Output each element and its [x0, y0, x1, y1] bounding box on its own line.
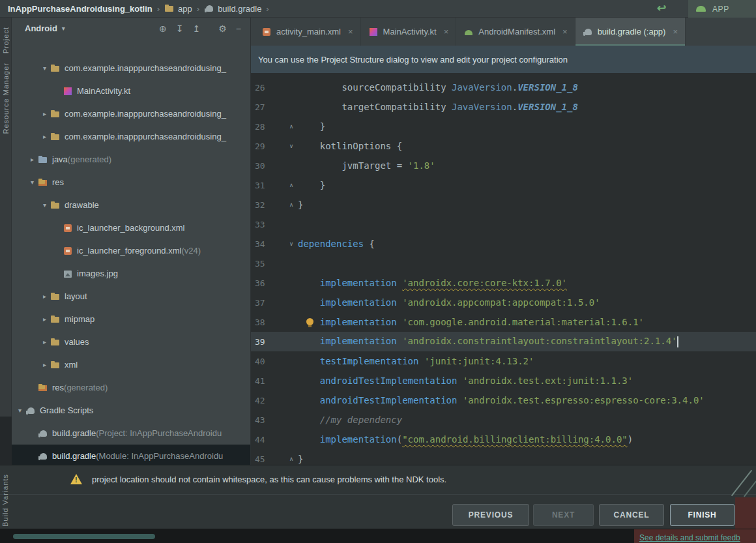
breadcrumb-item-inapppurchaseandroidusing-kotlin[interactable]: InAppPurchaseAndroidusing_kotlin	[7, 4, 154, 14]
tree-collapsed-arrow-icon[interactable]: ▸	[39, 338, 50, 345]
tree-collapsed-arrow-icon[interactable]: ▸	[39, 361, 50, 368]
tree-item-mipmap[interactable]: ▸mipmap	[12, 308, 250, 330]
tool-window-button-project[interactable]: Project	[2, 27, 10, 53]
code-text: //my dependency	[298, 415, 402, 425]
xml-icon	[63, 246, 73, 256]
project-view-selector[interactable]: Android	[25, 23, 57, 33]
code-segment: '1.8'	[408, 160, 435, 171]
tree-item-mainactivity-kt[interactable]: MainActivity.kt	[12, 80, 250, 102]
tree-item-com-example-inapppurchaseandroidusing[interactable]: ▾com.example.inapppurchaseandroidusing_	[12, 57, 250, 80]
android-file-icon	[463, 27, 474, 37]
tree-collapsed-arrow-icon[interactable]: ▸	[39, 316, 50, 323]
expand-all-icon[interactable]: ↧	[176, 24, 184, 33]
run-configuration[interactable]: APP	[688, 0, 756, 18]
tree-expanded-arrow-icon[interactable]: ▾	[14, 407, 25, 414]
next-button: NEXT	[533, 504, 594, 526]
tab-activity-main-xml[interactable]: activity_main.xml×	[254, 18, 361, 46]
previous-button[interactable]: PREVIOUS	[452, 504, 529, 526]
kotlin-file-icon	[368, 27, 379, 37]
tree-item-label: com.example.inapppurchaseandroidusing_	[65, 109, 226, 119]
cancel-button[interactable]: CANCEL	[599, 504, 664, 526]
tree-item-label: com.example.inapppurchaseandroidusing_	[65, 132, 226, 141]
tree-item-xml[interactable]: ▸xml	[12, 353, 250, 376]
tree-collapsed-arrow-icon[interactable]: ▸	[39, 293, 50, 300]
tree-collapsed-arrow-icon[interactable]: ▸	[39, 110, 50, 117]
fold-marker-icon[interactable]: ∧	[285, 456, 298, 462]
close-tab-icon[interactable]: ×	[562, 27, 568, 37]
tree-item-build-gradle[interactable]: build.gradle (Module: InAppPurchaseAndro…	[12, 445, 250, 465]
tree-item-label: res	[52, 177, 64, 187]
breadcrumb-item-app[interactable]: app	[163, 3, 194, 14]
tree-item-suffix: (Module: InAppPurchaseAndroidu	[96, 451, 223, 461]
code-segment: implementation	[320, 297, 397, 308]
fold-marker-icon[interactable]: ∨	[285, 241, 298, 247]
breadcrumb-item-build-gradle[interactable]: build.gradle	[203, 3, 263, 14]
code-segment: }	[298, 121, 325, 132]
close-tab-icon[interactable]: ×	[348, 27, 353, 37]
fold-marker-icon[interactable]: ∧	[285, 201, 298, 208]
tree-item-res[interactable]: res (generated)	[12, 376, 250, 399]
tree-expanded-arrow-icon[interactable]: ▾	[27, 179, 38, 186]
tree-item-build-gradle[interactable]: build.gradle (Project: InAppPurchaseAndr…	[12, 422, 250, 445]
finish-button[interactable]: FINISH	[670, 504, 734, 526]
fold-marker-icon[interactable]: ∧	[285, 182, 298, 188]
fold-marker-icon[interactable]: ∨	[285, 143, 298, 149]
code-segment	[298, 375, 320, 386]
tree-item-ic-launcher-foreground-xml[interactable]: ic_launcher_foreground.xml (v24)	[12, 239, 250, 262]
code-segment	[298, 395, 320, 405]
code-text: implementation 'androidx.appcompat:appco…	[298, 297, 600, 308]
tree-item-gradle-scripts[interactable]: ▾Gradle Scripts	[12, 399, 250, 422]
collapse-all-icon[interactable]: ↥	[193, 24, 201, 33]
code-segment: {	[364, 239, 375, 249]
settings-gear-icon[interactable]: ⚙	[218, 24, 227, 33]
tab-label: MainActivity.kt	[383, 27, 437, 37]
bottom-strip: See details and submit feedb	[0, 529, 756, 543]
intention-lightbulb-icon[interactable]	[306, 318, 313, 325]
close-tab-icon[interactable]: ×	[673, 27, 678, 37]
tab-androidmanifest-xml[interactable]: AndroidManifest.xml×	[456, 18, 575, 46]
code-text: androidTestImplementation 'androidx.test…	[298, 375, 633, 386]
tab-mainactivity-kt[interactable]: MainActivity.kt×	[361, 18, 457, 46]
tab-build-gradle-app[interactable]: build.gradle (:app)×	[575, 18, 686, 46]
tree-expanded-arrow-icon[interactable]: ▾	[39, 201, 50, 209]
line-number: 26	[251, 83, 285, 93]
tab-label: AndroidManifest.xml	[478, 27, 555, 37]
tool-window-button-build-variants[interactable]: Build Variants	[1, 469, 9, 527]
tree-item-values[interactable]: ▸values	[12, 330, 250, 353]
folder-icon	[50, 200, 61, 211]
tree-item-com-example-inapppurchaseandroidusing[interactable]: ▸com.example.inapppurchaseandroidusing_	[12, 125, 250, 148]
code-segment: dependencies	[298, 239, 364, 249]
code-segment: androidTestImplementation	[320, 395, 458, 405]
code-segment: JavaVersion	[452, 82, 512, 93]
xml-icon	[63, 223, 73, 233]
notification-toast[interactable]: See details and submit feedb	[634, 529, 756, 543]
tree-collapsed-arrow-icon[interactable]: ▸	[39, 133, 50, 140]
tree-item-layout[interactable]: ▸layout	[12, 285, 250, 308]
tree-item-suffix: (generated)	[64, 383, 108, 392]
line-number: 41	[251, 376, 285, 386]
tree-item-res[interactable]: ▾res	[12, 171, 250, 194]
tool-window-button-resource-manager[interactable]: Resource Manager	[2, 63, 10, 134]
code-segment: implementation	[320, 278, 397, 288]
tree-item-com-example-inapppurchaseandroidusing[interactable]: ▸com.example.inapppurchaseandroidusing_	[12, 102, 250, 125]
horizontal-scrollbar[interactable]	[13, 534, 155, 539]
tree-item-ic-launcher-background-xml[interactable]: ic_launcher_background.xml	[12, 216, 250, 239]
tree-collapsed-arrow-icon[interactable]: ▸	[27, 156, 38, 163]
close-tab-icon[interactable]: ×	[444, 27, 449, 37]
fold-marker-icon[interactable]: ∧	[285, 123, 298, 130]
hide-panel-icon[interactable]: −	[236, 24, 241, 33]
tree-item-java[interactable]: ▸java (generated)	[12, 148, 250, 171]
notification-link[interactable]: See details and submit feedb	[639, 533, 740, 542]
code-segment	[397, 336, 402, 346]
code-segment: implementation	[320, 336, 397, 346]
tree-item-images-jpg[interactable]: images.jpg	[12, 262, 250, 285]
code-editor[interactable]: 26 sourceCompatibility JavaVersion.VERSI…	[251, 73, 756, 465]
locate-file-icon[interactable]: ⊕	[159, 24, 167, 33]
gradle-icon	[38, 451, 48, 462]
tree-item-drawable[interactable]: ▾drawable	[12, 194, 250, 216]
code-segment	[298, 415, 320, 425]
tree-expanded-arrow-icon[interactable]: ▾	[39, 65, 50, 72]
code-text: implementation 'androidx.constraintlayou…	[298, 336, 678, 347]
back-arrow-icon[interactable]: ↩	[657, 1, 666, 15]
editor-banner: You can use the Project Structure dialog…	[251, 46, 756, 73]
